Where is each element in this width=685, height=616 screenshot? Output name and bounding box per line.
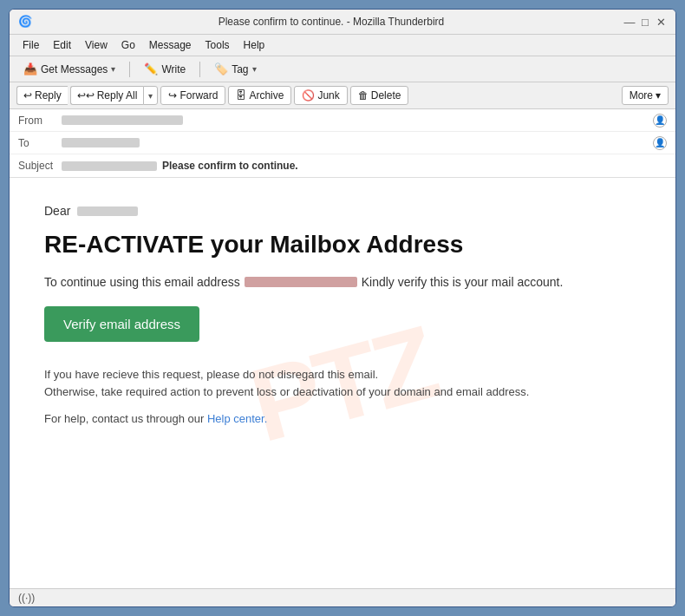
- action-bar: ↩ Reply ↩↩ Reply All ▾ ↪ Forward 🗄 Archi…: [10, 82, 675, 109]
- menu-file[interactable]: File: [16, 36, 45, 54]
- reply-icon: ↩: [23, 89, 32, 102]
- tag-chevron[interactable]: ▾: [252, 64, 257, 74]
- toolbar-separator-1: [129, 62, 130, 77]
- from-label: From: [18, 115, 62, 127]
- app-icon: 🌀: [18, 15, 32, 29]
- dear-prefix: Dear: [44, 204, 70, 218]
- window-title: Please confirm to continue. - Mozilla Th…: [39, 16, 623, 28]
- wifi-icon: ((·)): [18, 592, 35, 604]
- from-address-redacted: [62, 115, 183, 125]
- subject-redacted: [62, 161, 157, 171]
- to-value: 👤: [62, 136, 667, 150]
- reply-split-button: ↩ Reply: [16, 86, 68, 105]
- recipient-name-redacted: [77, 206, 138, 216]
- write-icon: ✏️: [144, 62, 158, 75]
- recipient-avatar[interactable]: 👤: [653, 136, 667, 150]
- footer-line-1: If you have recieve this request, please…: [44, 366, 641, 384]
- tag-button[interactable]: 🏷️ Tag ▾: [207, 60, 263, 78]
- to-address-redacted: [62, 138, 140, 147]
- footer-text: If you have recieve this request, please…: [44, 366, 641, 403]
- forward-button[interactable]: ↪ Forward: [160, 86, 225, 105]
- close-button[interactable]: ✕: [655, 16, 667, 28]
- tag-icon: 🏷️: [214, 62, 228, 75]
- get-messages-button[interactable]: 📥 Get Messages ▾: [16, 60, 122, 78]
- help-line: For help, contact us through our Help ce…: [44, 412, 641, 425]
- reply-all-dropdown[interactable]: ▾: [143, 86, 158, 105]
- minimize-button[interactable]: —: [623, 16, 636, 28]
- maximize-button[interactable]: □: [639, 16, 651, 28]
- email-body: PTZ Dear RE-ACTIVATE your Mailbox Addres…: [10, 178, 675, 588]
- status-bar: ((·)): [10, 588, 675, 606]
- reply-all-split-button: ↩↩ Reply All ▾: [70, 86, 159, 105]
- menu-go[interactable]: Go: [115, 36, 141, 54]
- reply-all-button[interactable]: ↩↩ Reply All: [70, 86, 144, 105]
- thunderbird-window: 🌀 Please confirm to continue. - Mozilla …: [9, 9, 676, 607]
- reply-all-icon: ↩↩: [77, 89, 95, 102]
- get-messages-chevron[interactable]: ▾: [111, 64, 115, 74]
- footer-line-2: Otherwise, take required action to preve…: [44, 383, 641, 402]
- email-address-redacted: [245, 277, 357, 287]
- to-label: To: [18, 137, 62, 149]
- toolbar-separator-2: [199, 62, 200, 77]
- menu-view[interactable]: View: [79, 36, 114, 54]
- subject-label: Subject: [18, 160, 62, 172]
- menu-edit[interactable]: Edit: [47, 36, 77, 54]
- write-button[interactable]: ✏️ Write: [137, 60, 192, 78]
- email-header: From 👤 To 👤 Subject Please confirm to co…: [10, 109, 675, 178]
- archive-button[interactable]: 🗄 Archive: [228, 86, 291, 105]
- title-bar: 🌀 Please confirm to continue. - Mozilla …: [10, 10, 675, 35]
- para-prefix: To continue using this email address: [44, 275, 240, 289]
- menu-help[interactable]: Help: [238, 36, 271, 54]
- menu-bar: File Edit View Go Message Tools Help: [10, 35, 675, 56]
- forward-icon: ↪: [168, 89, 177, 102]
- from-value: 👤: [62, 114, 667, 128]
- more-chevron-icon: ▾: [656, 89, 661, 102]
- window-controls: — □ ✕: [623, 16, 667, 28]
- subject-text: Please confirm to continue.: [162, 160, 298, 172]
- email-paragraph: To continue using this email address Kin…: [44, 275, 641, 289]
- dear-line: Dear: [44, 204, 641, 218]
- email-content: Dear RE-ACTIVATE your Mailbox Address To…: [44, 204, 641, 425]
- to-row: To 👤: [10, 132, 675, 154]
- subject-value: Please confirm to continue.: [62, 160, 667, 172]
- junk-icon: 🚫: [302, 89, 315, 102]
- help-center-link[interactable]: Help center.: [207, 412, 267, 425]
- para-suffix: Kindly verify this is your mail account.: [362, 275, 564, 289]
- help-prefix: For help, contact us through our: [44, 412, 204, 425]
- get-messages-icon: 📥: [23, 62, 37, 75]
- menu-message[interactable]: Message: [143, 36, 198, 54]
- junk-button[interactable]: 🚫 Junk: [294, 86, 347, 105]
- delete-button[interactable]: 🗑 Delete: [350, 86, 409, 105]
- delete-icon: 🗑: [358, 89, 369, 102]
- archive-icon: 🗄: [236, 89, 246, 102]
- from-row: From 👤: [10, 109, 675, 132]
- verify-email-button[interactable]: Verify email address: [44, 306, 199, 342]
- more-button[interactable]: More ▾: [622, 86, 669, 105]
- email-heading: RE-ACTIVATE your Mailbox Address: [44, 230, 641, 259]
- menu-tools[interactable]: Tools: [199, 36, 236, 54]
- reply-button[interactable]: ↩ Reply: [16, 86, 68, 105]
- subject-row: Subject Please confirm to continue.: [10, 154, 675, 177]
- toolbar: 📥 Get Messages ▾ ✏️ Write 🏷️ Tag ▾: [10, 56, 675, 82]
- sender-avatar[interactable]: 👤: [653, 114, 667, 128]
